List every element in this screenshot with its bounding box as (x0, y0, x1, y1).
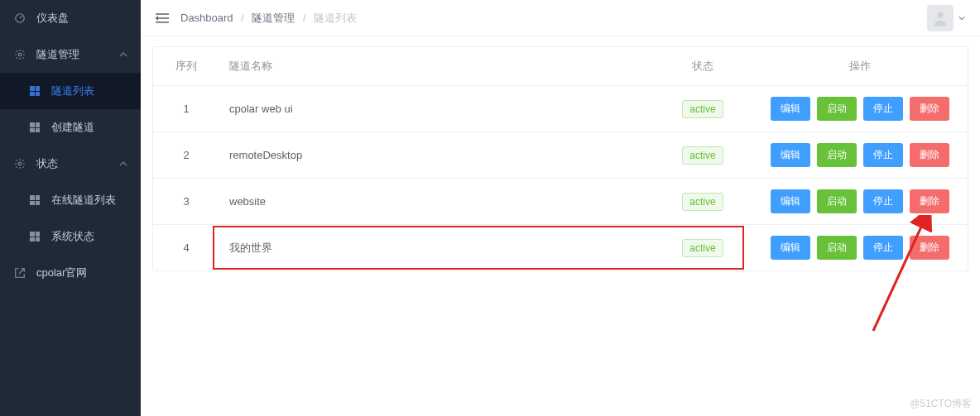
stop-button[interactable]: 停止 (863, 143, 903, 167)
cell-name: cpolar web ui (219, 92, 653, 126)
grid-icon (28, 194, 41, 207)
cell-status: active (653, 182, 752, 222)
cell-status: active (653, 136, 752, 175)
grid-icon (28, 230, 41, 243)
sidebar-item-label: 系统状态 (51, 229, 94, 244)
cell-actions: 编辑 启动 停止 删除 (752, 86, 968, 131)
tunnel-table: 序列 隧道名称 状态 操作 1 cpolar web ui active 编辑 … (152, 46, 968, 271)
cell-name: website (219, 184, 653, 218)
table-row: 3 website active 编辑 启动 停止 删除 (153, 179, 968, 225)
table-row: 4 我的世界 active 编辑 启动 停止 删除 (153, 225, 968, 270)
sidebar-item-label: 仪表盘 (36, 11, 69, 26)
breadcrumb-leaf: 隧道列表 (314, 12, 357, 24)
topbar: Dashboard / 隧道管理 / 隧道列表 (141, 0, 980, 36)
external-link-icon (13, 266, 26, 280)
th-seq: 序列 (153, 47, 219, 85)
cell-seq: 3 (153, 184, 219, 218)
svg-point-2 (18, 162, 22, 165)
main: Dashboard / 隧道管理 / 隧道列表 序列 隧道名称 (141, 0, 980, 416)
user-menu[interactable] (927, 5, 965, 31)
sidebar-item-cpolar-site[interactable]: cpolar官网 (0, 255, 141, 291)
cell-status: active (653, 228, 752, 268)
watermark: @51CTO博客 (910, 397, 972, 411)
breadcrumb: Dashboard / 隧道管理 / 隧道列表 (180, 11, 357, 26)
th-name: 隧道名称 (219, 47, 653, 85)
svg-point-1 (18, 53, 22, 56)
table-row: 1 cpolar web ui active 编辑 启动 停止 删除 (153, 86, 968, 132)
delete-button[interactable]: 删除 (910, 236, 949, 260)
breadcrumb-sep: / (303, 12, 306, 24)
sidebar-item-tunnel-mgmt[interactable]: 隧道管理 (0, 36, 141, 73)
cell-actions: 编辑 启动 停止 删除 (752, 132, 968, 178)
sidebar-item-label: cpolar官网 (36, 265, 87, 280)
sidebar-item-label: 状态 (36, 156, 58, 171)
start-button[interactable]: 启动 (817, 189, 857, 213)
delete-button[interactable]: 删除 (910, 189, 949, 213)
gauge-icon (13, 12, 26, 25)
th-status: 状态 (653, 47, 752, 85)
cell-name: 我的世界 (219, 230, 653, 266)
cell-name: remoteDesktop (219, 138, 653, 172)
start-button[interactable]: 启动 (817, 97, 857, 121)
chevron-up-icon (119, 49, 127, 61)
start-button[interactable]: 启动 (817, 143, 857, 167)
sidebar-item-status[interactable]: 状态 (0, 146, 141, 182)
edit-button[interactable]: 编辑 (771, 189, 810, 213)
sidebar-item-label: 隧道列表 (51, 84, 94, 98)
cell-actions: 编辑 启动 停止 删除 (752, 225, 968, 270)
sidebar-item-dashboard[interactable]: 仪表盘 (0, 0, 141, 36)
sidebar-item-label: 创建隧道 (51, 120, 94, 135)
avatar-icon (927, 5, 954, 31)
content: 序列 隧道名称 状态 操作 1 cpolar web ui active 编辑 … (141, 36, 980, 288)
sidebar-item-system-status[interactable]: 系统状态 (0, 218, 141, 255)
sidebar-item-create-tunnel[interactable]: 创建隧道 (0, 109, 141, 146)
grid-icon (28, 84, 41, 98)
table-row: 2 remoteDesktop active 编辑 启动 停止 删除 (153, 132, 968, 179)
cell-seq: 4 (153, 231, 219, 265)
sidebar-item-label: 在线隧道列表 (51, 193, 116, 208)
breadcrumb-mid[interactable]: 隧道管理 (252, 12, 295, 24)
menu-toggle-icon[interactable] (156, 12, 169, 24)
delete-button[interactable]: 删除 (910, 143, 949, 167)
status-badge: active (682, 239, 723, 257)
start-button[interactable]: 启动 (817, 236, 857, 260)
edit-button[interactable]: 编辑 (771, 97, 810, 121)
svg-point-3 (937, 12, 943, 17)
chevron-up-icon (119, 158, 127, 170)
stop-button[interactable]: 停止 (863, 236, 903, 260)
sidebar-item-online-tunnels[interactable]: 在线隧道列表 (0, 182, 141, 218)
sidebar: 仪表盘 隧道管理 隧道列表 创建隧道 状态 在线隧道列表 (0, 0, 141, 416)
edit-button[interactable]: 编辑 (771, 143, 810, 167)
breadcrumb-sep: / (241, 12, 244, 24)
delete-button[interactable]: 删除 (910, 97, 949, 121)
cell-seq: 2 (153, 138, 219, 172)
grid-icon (28, 121, 41, 134)
cell-seq: 1 (153, 92, 219, 126)
breadcrumb-root[interactable]: Dashboard (180, 12, 233, 24)
status-badge: active (682, 193, 723, 211)
edit-button[interactable]: 编辑 (771, 236, 810, 260)
cell-status: active (653, 89, 752, 129)
gear-icon (13, 157, 26, 170)
stop-button[interactable]: 停止 (863, 189, 903, 213)
stop-button[interactable]: 停止 (863, 97, 903, 121)
table-header: 序列 隧道名称 状态 操作 (153, 47, 968, 86)
status-badge: active (682, 146, 723, 165)
th-actions: 操作 (752, 47, 968, 85)
cell-actions: 编辑 启动 停止 删除 (752, 179, 968, 224)
sidebar-item-label: 隧道管理 (36, 47, 79, 62)
status-badge: active (682, 100, 723, 118)
chevron-down-icon (958, 15, 965, 22)
gear-icon (13, 48, 26, 61)
sidebar-item-tunnel-list[interactable]: 隧道列表 (0, 73, 141, 109)
